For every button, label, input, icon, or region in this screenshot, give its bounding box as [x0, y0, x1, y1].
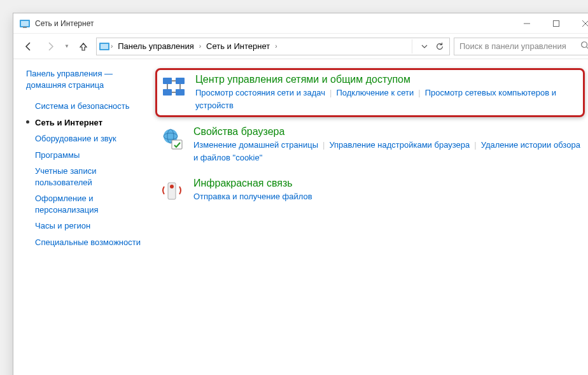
control-panel-icon	[20, 18, 30, 29]
category-links: Изменение домашней страницы|Управление н…	[193, 139, 581, 164]
sidebar: Панель управления — домашняя страница Си…	[13, 59, 150, 375]
minimize-button[interactable]	[512, 14, 542, 33]
breadcrumb-item[interactable]: Сеть и Интернет	[202, 40, 274, 52]
control-panel-window: Сеть и Интернет ▼ › Панель управления	[13, 13, 588, 375]
category-title-link[interactable]: Инфракрасная связь	[193, 178, 581, 189]
forward-button[interactable]	[41, 38, 59, 55]
link-separator: |	[318, 140, 329, 150]
up-button[interactable]	[74, 38, 92, 55]
category-sublink[interactable]: Отправка и получение файлов	[193, 192, 312, 201]
category-sublink[interactable]: Управление надстройками браузера	[329, 140, 470, 150]
infrared-icon	[159, 178, 185, 203]
svg-point-24	[170, 185, 174, 188]
category-item: Инфракрасная связьОтправка и получение ф…	[155, 173, 585, 208]
main-content: Центр управления сетями и общим доступом…	[150, 59, 588, 375]
sidebar-item[interactable]: Сеть и Интернет	[26, 115, 143, 131]
network-sharing-icon	[161, 74, 186, 99]
refresh-button[interactable]	[433, 39, 447, 53]
chevron-right-icon[interactable]: ›	[111, 43, 113, 50]
svg-point-9	[582, 42, 587, 48]
link-separator: |	[325, 88, 336, 97]
breadcrumb-item[interactable]: Панель управления	[114, 40, 197, 52]
svg-rect-8	[101, 44, 108, 49]
link-separator: |	[414, 88, 424, 97]
sidebar-item[interactable]: Часы и регион	[26, 218, 143, 234]
category-body: Свойства браузераИзменение домашней стра…	[193, 126, 581, 164]
content-area: Панель управления — домашняя страница Си…	[13, 59, 588, 375]
chevron-right-icon[interactable]: ›	[199, 43, 201, 50]
svg-rect-12	[176, 78, 185, 84]
sidebar-item[interactable]: Система и безопасность	[26, 98, 143, 115]
address-dropdown-icon[interactable]	[417, 39, 431, 53]
svg-rect-22	[172, 140, 182, 149]
title-bar: Сеть и Интернет	[13, 13, 588, 34]
internet-options-icon	[159, 126, 185, 152]
search-input[interactable]	[458, 41, 577, 52]
category-title-link[interactable]: Центр управления сетями и общим доступом	[195, 74, 579, 85]
chevron-right-icon[interactable]: ›	[275, 43, 277, 50]
navigation-bar: ▼ › Панель управления › Сеть и Интернет …	[13, 34, 588, 59]
category-links: Просмотр состояния сети и задач|Подключе…	[195, 87, 579, 111]
window-title: Сеть и Интернет	[35, 19, 94, 28]
category-title-link[interactable]: Свойства браузера	[193, 126, 581, 138]
category-item: Свойства браузераИзменение домашней стра…	[155, 121, 585, 169]
category-sublink[interactable]: Просмотр состояния сети и задач	[195, 88, 325, 97]
sidebar-item[interactable]: Оформление и персонализация	[26, 190, 143, 218]
svg-rect-4	[554, 20, 559, 26]
sidebar-item[interactable]: Программы	[26, 147, 143, 164]
history-dropdown-icon[interactable]: ▼	[63, 43, 71, 49]
address-bar[interactable]: › Панель управления › Сеть и Интернет ›	[96, 38, 450, 55]
svg-rect-13	[163, 89, 172, 96]
sidebar-item[interactable]: Специальные возможности	[26, 234, 143, 251]
category-body: Центр управления сетями и общим доступом…	[195, 74, 579, 111]
sidebar-item[interactable]: Оборудование и звук	[26, 131, 143, 147]
category-links: Отправка и получение файлов	[193, 190, 581, 203]
maximize-button[interactable]	[542, 14, 571, 33]
back-button[interactable]	[20, 38, 38, 55]
search-box[interactable]	[454, 38, 588, 55]
category-sublink[interactable]: Подключение к сети	[336, 88, 414, 97]
close-button[interactable]	[571, 14, 588, 33]
category-sublink[interactable]: Изменение домашней страницы	[193, 140, 318, 150]
svg-rect-1	[21, 21, 29, 26]
search-icon	[580, 41, 588, 52]
sidebar-home-link[interactable]: Панель управления — домашняя страница	[26, 68, 143, 90]
category-body: Инфракрасная связьОтправка и получение ф…	[193, 178, 581, 203]
category-item: Центр управления сетями и общим доступом…	[155, 68, 585, 117]
link-separator: |	[470, 140, 480, 150]
sidebar-item[interactable]: Учетные записи пользователей	[26, 163, 143, 190]
control-panel-small-icon	[99, 41, 109, 52]
svg-rect-11	[163, 78, 172, 84]
svg-rect-14	[176, 89, 185, 96]
svg-rect-2	[23, 27, 27, 28]
